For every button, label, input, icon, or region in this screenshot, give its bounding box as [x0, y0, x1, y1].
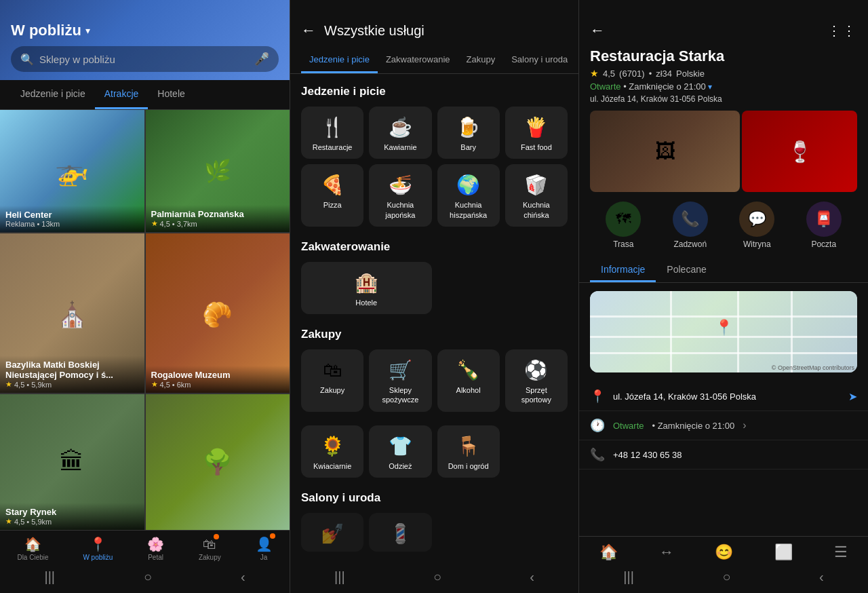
category-kuchnia-japanska[interactable]: 🍜 Kuchnia japońska — [369, 164, 431, 227]
pizza-icon: 🍕 — [321, 174, 344, 196]
trasa-button[interactable]: 🗺 Trasa — [606, 202, 641, 249]
category-bary[interactable]: 🍺 Bary — [437, 107, 500, 159]
category-beauty-2[interactable]: 💈 — [369, 513, 431, 552]
home-btn[interactable]: ○ — [433, 569, 441, 585]
system-navigation-p2: ||| ○ ‹ — [290, 564, 578, 593]
nav-petal[interactable]: 🌸 Petal — [147, 536, 164, 561]
back-btn-sys[interactable]: ‹ — [530, 569, 534, 585]
copy-icon[interactable]: ⬜ — [774, 543, 793, 561]
category-alkohol[interactable]: 🍾 Alkohol — [437, 349, 500, 412]
category-sklepy-spoz[interactable]: 🛒 Sklepy spożywcze — [369, 349, 431, 412]
back-button[interactable]: ← — [301, 22, 316, 39]
cell-rating: ★ 4,5 • 3,7km — [151, 219, 285, 228]
chevron-down-icon[interactable]: ▾ — [708, 82, 712, 92]
category-kwiaciarnie[interactable]: 🌻 Kwiaciarnie — [301, 425, 363, 478]
recent-apps-btn[interactable]: ||| — [44, 569, 55, 585]
cell-info: Stary Rynek ★ 4,5 • 5,9km — [0, 503, 144, 530]
back-btn-sys[interactable]: ‹ — [241, 569, 245, 585]
category-fastfood[interactable]: 🍟 Fast food — [505, 107, 568, 159]
sklepy-label: Sklepy spożywcze — [374, 385, 426, 405]
cell-info: Heli Center Reklama • 13km — [0, 206, 144, 232]
category-zakupy[interactable]: 🛍 Zakupy — [301, 349, 363, 412]
category-beauty-1[interactable]: 💅 — [301, 513, 363, 552]
title-row: W pobliżu ▾ — [11, 22, 279, 39]
chinska-icon: 🥡 — [524, 174, 548, 196]
mini-map[interactable]: 📍 © OpenStreetMap contributors — [590, 291, 857, 372]
recent-apps-btn[interactable]: ||| — [334, 569, 345, 585]
menu-icon[interactable]: ☰ — [834, 543, 848, 561]
category-pizza[interactable]: 🍕 Pizza — [301, 164, 363, 227]
nearby-title: W pobliżu — [11, 22, 81, 39]
petal-icon: 🌸 — [147, 536, 164, 552]
emoji-icon[interactable]: 😊 — [715, 543, 733, 561]
dropdown-icon[interactable]: ▾ — [85, 25, 90, 36]
list-item[interactable]: 🌳 — [146, 394, 290, 530]
mic-icon[interactable]: 🎤 — [254, 52, 269, 66]
recent-apps-btn[interactable]: ||| — [623, 569, 634, 585]
pizza-label: Pizza — [323, 200, 342, 210]
zadzwon-button[interactable]: 📞 Zadzwoń — [673, 202, 708, 249]
kawiarnie-icon: ☕ — [389, 116, 412, 138]
restaurant-photo-1[interactable]: 🖼 — [590, 111, 740, 192]
tab-salony[interactable]: Salony i uroda — [503, 47, 576, 73]
list-item[interactable]: 🏛 Stary Rynek ★ 4,5 • 5,9km — [0, 394, 144, 530]
restaurant-photo-2[interactable]: 🍷 — [742, 111, 857, 192]
section-beauty: Salony i uroda 💅 💈 — [301, 491, 568, 552]
list-item[interactable]: ⛪ Bazylika Matki Boskiej Nieustającej Po… — [0, 233, 144, 393]
list-item[interactable]: 🌿 Palmiarnia Poznańska ★ 4,5 • 3,7km — [146, 110, 290, 232]
phone-info-icon: 📞 — [590, 447, 605, 462]
shopping-grid-row2: 🌻 Kwiaciarnie 👕 Odzież 🪑 Dom i ogród — [301, 425, 568, 478]
tab-hotels[interactable]: Hotele — [148, 80, 194, 109]
back-btn-sys[interactable]: ‹ — [819, 569, 824, 585]
zakupy-icon: 🛍 — [323, 359, 342, 381]
home-btn[interactable]: ○ — [144, 569, 152, 585]
tab-informacje[interactable]: Informacje — [590, 259, 656, 282]
nav-ja[interactable]: 👤 Ja — [256, 536, 273, 561]
dom-label: Dom i ogród — [448, 461, 489, 471]
restauracje-label: Restauracje — [313, 142, 353, 152]
witryna-button[interactable]: 💬 Witryna — [739, 202, 774, 249]
tab-zakupy[interactable]: Zakupy — [458, 47, 504, 73]
tab-polecane[interactable]: Polecane — [656, 259, 717, 282]
address-full-text: ul. Józefa 14, Kraków 31-056 Polska — [613, 391, 837, 402]
search-bar[interactable]: 🔍 Sklepy w pobliżu 🎤 — [11, 46, 279, 72]
hours-close-text: • Zamknięcie o 21:00 — [652, 421, 735, 431]
category-sprzet-sportowy[interactable]: ⚽ Sprzęt sportowy — [505, 349, 568, 412]
category-odziez[interactable]: 👕 Odzież — [369, 425, 431, 478]
nav-zakupy[interactable]: 🛍 Zakupy — [199, 537, 221, 561]
restauracje-icon: 🍴 — [321, 116, 344, 138]
p3-bottom-navigation: 🏠 ↔ 😊 ⬜ ☰ — [579, 536, 868, 564]
list-item[interactable]: 🚁 Heli Center Reklama • 13km — [0, 110, 144, 232]
hours-info-row[interactable]: 🕐 Otwarte • Zamknięcie o 21:00 › — [579, 411, 868, 440]
navigate-icon[interactable]: ➤ — [848, 390, 857, 403]
category-kuchnia-hiszpanska[interactable]: 🌍 Kuchnia hiszpańska — [437, 164, 500, 227]
tab-more[interactable]: R — [576, 47, 578, 73]
dom-icon: 🪑 — [456, 435, 480, 457]
zadzwon-label: Zadzwoń — [673, 240, 707, 249]
bary-icon: 🍺 — [456, 116, 480, 138]
poczta-button[interactable]: 📮 Poczta — [806, 202, 842, 249]
home-icon-p3[interactable]: 🏠 — [599, 543, 618, 561]
star-icon: ★ — [5, 380, 12, 389]
tab-zakwaterowanie[interactable]: Zakwaterowanie — [378, 47, 458, 73]
category-restauracje[interactable]: 🍴 Restauracje — [301, 107, 363, 159]
tab-jedzenie[interactable]: Jedzenie i picie — [301, 47, 378, 73]
cell-title: Bazylika Matki Boskiej Nieustającej Pomo… — [5, 360, 139, 380]
phone-icon-circle: 📞 — [673, 202, 708, 237]
category-dom-ogrod[interactable]: 🪑 Dom i ogród — [437, 425, 500, 478]
list-item[interactable]: 🥐 Rogalowe Muzeum ★ 4,5 • 6km — [146, 233, 290, 393]
nav-w-poblizu[interactable]: 📍 W pobliżu — [83, 536, 113, 561]
back-button-p3[interactable]: ← — [590, 22, 605, 39]
bottom-navigation: 🏠 Dla Ciebie 📍 W pobliżu 🌸 Petal 🛍 Zakup… — [0, 530, 290, 564]
route-split-icon[interactable]: ↔ — [659, 543, 674, 561]
category-kuchnia-chinska[interactable]: 🥡 Kuchnia chińska — [505, 164, 568, 227]
more-options-button[interactable]: ⋮⋮ — [827, 22, 857, 39]
home-btn[interactable]: ○ — [722, 569, 730, 585]
tab-attractions[interactable]: Atrakcje — [95, 80, 149, 109]
star-icon: ★ — [151, 380, 158, 389]
nav-label: Petal — [148, 554, 163, 561]
category-hotele[interactable]: 🏨 Hotele — [301, 262, 432, 314]
category-kawiarnie[interactable]: ☕ Kawiarnie — [369, 107, 431, 159]
nav-dla-ciebie[interactable]: 🏠 Dla Ciebie — [17, 536, 48, 561]
tab-food[interactable]: Jedzenie i picie — [11, 80, 95, 109]
